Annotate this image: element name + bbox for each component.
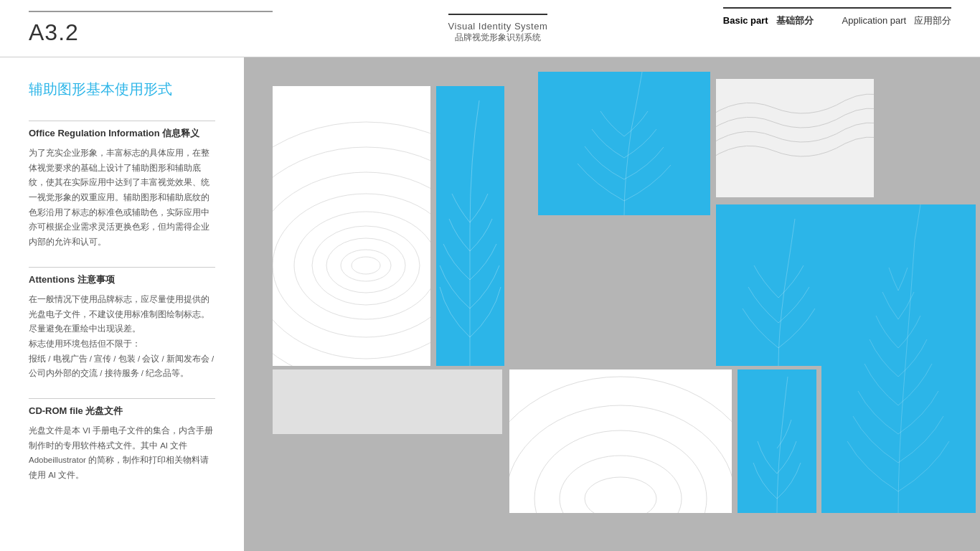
- card-3: [538, 72, 710, 215]
- header-left: A3.2: [29, 11, 273, 46]
- header-nav: Basic part 基础部分 Application part 应用部分: [723, 7, 951, 27]
- vi-title-cn: 品牌视觉形象识别系统: [455, 32, 541, 44]
- card-6: [273, 369, 502, 434]
- header: A3.2 Visual Identity System 品牌视觉形象识别系统 B…: [0, 0, 980, 57]
- svg-point-1: [341, 250, 391, 281]
- svg-point-13: [509, 377, 732, 513]
- info-heading-3: CD-ROM file 光盘文件: [29, 398, 215, 418]
- svg-point-4: [294, 212, 430, 319]
- info-body-1: 为了充实企业形象，丰富标志的具体应用，在整体视觉要求的基础上设计了辅助图形和辅助…: [29, 146, 215, 250]
- svg-point-10: [560, 456, 682, 513]
- svg-point-12: [509, 405, 732, 513]
- svg-point-11: [534, 430, 707, 513]
- cards-grid: [258, 72, 966, 537]
- svg-point-7: [273, 147, 430, 366]
- svg-point-0: [352, 257, 380, 274]
- svg-point-2: [326, 238, 405, 293]
- section-title: 辅助图形基本使用形式: [29, 79, 215, 99]
- info-section-3: CD-ROM file 光盘文件 光盘文件是本 VI 手册电子文件的集合，内含手…: [29, 398, 215, 483]
- right-panel: [244, 57, 980, 551]
- card-1: [273, 86, 430, 366]
- vi-title-en: Visual Identity System: [448, 21, 548, 32]
- card-4: [716, 79, 874, 197]
- svg-point-8: [273, 122, 430, 366]
- card-8: [738, 369, 816, 513]
- nav-basic: Basic part 基础部分: [723, 14, 814, 27]
- info-heading-1: Office Regulation Information 信息释义: [29, 121, 215, 140]
- info-body-3: 光盘文件是本 VI 手册电子文件的集合，内含手册制作时的专用软件格式文件。其中 …: [29, 423, 215, 483]
- card-9: [821, 204, 976, 513]
- info-heading-2: Attentions 注意事项: [29, 267, 215, 286]
- header-center: Visual Identity System 品牌视觉形象识别系统: [273, 14, 723, 44]
- svg-point-9: [585, 477, 656, 513]
- main: 辅助图形基本使用形式 Office Regulation Information…: [0, 57, 980, 551]
- left-panel: 辅助图形基本使用形式 Office Regulation Information…: [0, 57, 244, 551]
- info-section-2: Attentions 注意事项 在一般情况下使用品牌标志，应尽量使用提供的光盘电…: [29, 267, 215, 381]
- vi-title-block: Visual Identity System 品牌视觉形象识别系统: [448, 14, 548, 44]
- card-2: [436, 86, 504, 366]
- info-body-2: 在一般情况下使用品牌标志，应尽量使用提供的光盘电子文件，不建议使用标准制图绘制标…: [29, 292, 215, 381]
- nav-application: Application part 应用部分: [842, 14, 951, 27]
- info-section-1: Office Regulation Information 信息释义 为了充实企…: [29, 121, 215, 250]
- card-5: [509, 369, 732, 513]
- page-number: A3.2: [29, 19, 273, 46]
